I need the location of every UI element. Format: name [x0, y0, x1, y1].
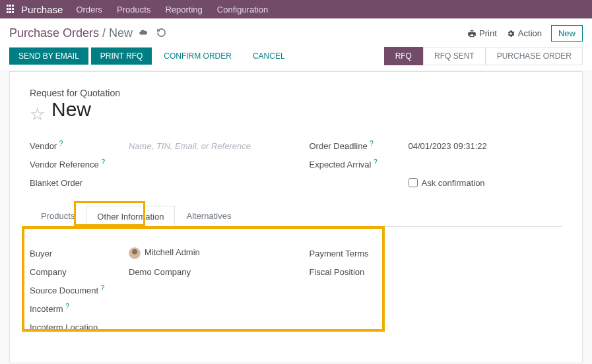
form-sheet: Request for Quotation ☆ New Vendor ? Ven…: [9, 71, 583, 363]
company-label: Company: [30, 267, 129, 277]
status-rfq-sent[interactable]: RFQ SENT: [423, 47, 486, 65]
breadcrumb-root[interactable]: Purchase Orders: [9, 26, 99, 40]
payment-terms-label: Payment Terms: [310, 249, 409, 258]
help-icon[interactable]: ?: [59, 140, 63, 147]
incoterm-location-label: Incoterm Location: [30, 322, 129, 332]
incoterm-location-input[interactable]: [129, 322, 283, 332]
vendor-input[interactable]: [129, 141, 283, 151]
notebook-tabs: Products Other Information Alternatives: [30, 205, 562, 227]
source-document-label: Source Document: [30, 286, 98, 296]
payment-terms-input[interactable]: [409, 249, 563, 258]
tab-alternatives[interactable]: Alternatives: [175, 205, 242, 226]
company-value[interactable]: Demo Company: [129, 267, 283, 277]
new-button[interactable]: New: [551, 25, 583, 42]
tab-panel-other-information: Buyer Mitchell Admin Company Demo Compan…: [30, 227, 562, 347]
cloud-save-icon[interactable]: [138, 28, 148, 39]
cancel-button[interactable]: CANCEL: [244, 47, 294, 65]
nav-reporting[interactable]: Reporting: [165, 5, 202, 15]
blanket-order-label: Blanket Order: [30, 178, 129, 188]
confirm-order-button[interactable]: CONFIRM ORDER: [154, 47, 241, 65]
status-rfq[interactable]: RFQ: [384, 47, 423, 65]
help-icon[interactable]: ?: [374, 158, 378, 166]
nav-configuration[interactable]: Configuration: [217, 5, 268, 15]
action-button[interactable]: Action: [506, 28, 542, 38]
header-bar: Purchase Orders / New Print Action New: [0, 18, 592, 42]
order-deadline-value[interactable]: 04/01/2023 09:31:22: [409, 141, 563, 151]
record-title: New: [51, 98, 91, 121]
buyer-label: Buyer: [30, 249, 129, 258]
fiscal-position-input[interactable]: [409, 267, 563, 277]
print-button[interactable]: Print: [467, 28, 497, 38]
form-subtitle: Request for Quotation: [30, 88, 562, 98]
order-deadline-label: Order Deadline: [310, 142, 368, 152]
discard-icon[interactable]: [156, 28, 166, 40]
help-icon[interactable]: ?: [370, 140, 374, 147]
action-toolbar: SEND BY EMAIL PRINT RFQ CONFIRM ORDER CA…: [0, 42, 592, 71]
nav-products[interactable]: Products: [117, 5, 150, 15]
expected-arrival-input[interactable]: [409, 160, 563, 169]
help-icon[interactable]: ?: [101, 158, 105, 166]
ask-confirmation-checkbox[interactable]: [409, 178, 418, 187]
send-email-button[interactable]: SEND BY EMAIL: [9, 47, 88, 65]
incoterm-label: Incoterm: [30, 305, 63, 315]
avatar-icon: [129, 247, 141, 259]
breadcrumb: Purchase Orders / New: [9, 26, 133, 40]
status-purchase-order[interactable]: PURCHASE ORDER: [486, 47, 583, 65]
fiscal-position-label: Fiscal Position: [310, 267, 409, 277]
vendor-label: Vendor: [30, 142, 57, 152]
apps-icon[interactable]: [7, 5, 16, 14]
help-icon[interactable]: ?: [65, 303, 69, 310]
vendor-ref-label: Vendor Reference: [30, 160, 99, 170]
source-document-input[interactable]: [129, 286, 283, 295]
buyer-value[interactable]: Mitchell Admin: [145, 247, 200, 257]
favorite-star-icon[interactable]: ☆: [30, 104, 45, 125]
app-brand[interactable]: Purchase: [21, 4, 63, 15]
status-bar: RFQ RFQ SENT PURCHASE ORDER: [384, 47, 583, 65]
tab-other-information[interactable]: Other Information: [86, 206, 175, 227]
nav-orders[interactable]: Orders: [76, 5, 102, 15]
expected-arrival-label: Expected Arrival: [310, 160, 372, 170]
vendor-ref-input[interactable]: [129, 160, 283, 169]
ask-confirmation-label: Ask confirmation: [422, 178, 485, 188]
incoterm-input[interactable]: [129, 304, 283, 314]
breadcrumb-current: New: [109, 26, 133, 40]
blanket-order-input[interactable]: [129, 178, 283, 188]
tab-products[interactable]: Products: [30, 205, 86, 226]
print-rfq-button[interactable]: PRINT RFQ: [91, 47, 152, 65]
help-icon[interactable]: ?: [101, 284, 105, 291]
top-navbar: Purchase Orders Products Reporting Confi…: [0, 0, 592, 18]
